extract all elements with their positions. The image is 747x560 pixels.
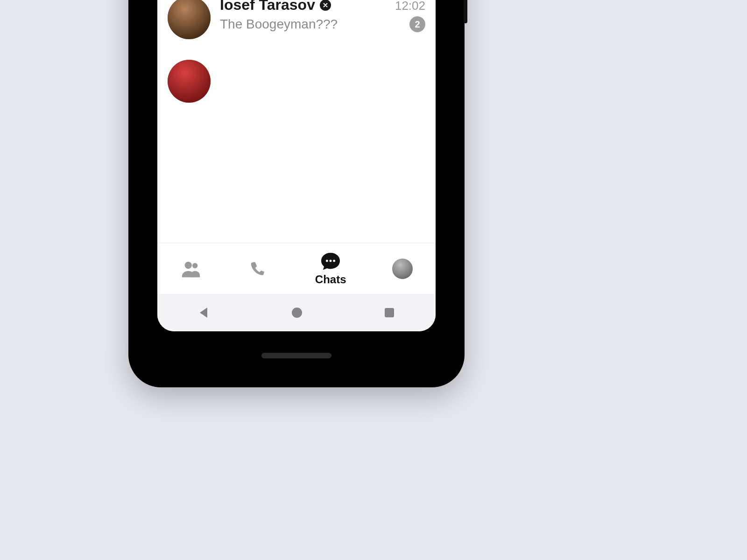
avatar[interactable]: [168, 60, 211, 103]
phone-frame: Marie Claire 15:31 Oh? How do you plan t…: [128, 0, 465, 387]
tab-contacts[interactable]: [180, 259, 202, 279]
back-triangle-icon: [197, 306, 211, 320]
phone-side-button: [464, 0, 467, 23]
home-circle-icon: [290, 306, 304, 320]
svg-rect-6: [385, 308, 394, 317]
tab-calls[interactable]: [247, 259, 269, 279]
nav-recent-button[interactable]: [383, 306, 396, 319]
unread-badge: 2: [409, 16, 425, 32]
bottom-tab-bar: Chats: [157, 243, 436, 294]
chat-list[interactable]: Marie Claire 15:31 Oh? How do you plan t…: [157, 0, 436, 243]
phone-icon: [247, 259, 269, 279]
tab-chats[interactable]: Chats: [315, 252, 346, 286]
phone-screen: Marie Claire 15:31 Oh? How do you plan t…: [157, 0, 436, 331]
android-nav-bar: [157, 294, 436, 331]
phone-chin-bar: [261, 353, 331, 358]
tab-settings[interactable]: [392, 259, 413, 279]
chat-row[interactable]: Iosef Tarasov 12:02 The Boogeyman???: [157, 0, 436, 49]
chat-name: Iosef Tarasov: [220, 0, 331, 14]
svg-point-0: [185, 261, 192, 268]
svg-point-2: [326, 259, 328, 262]
chat-row[interactable]: [157, 49, 436, 113]
svg-point-4: [333, 259, 335, 262]
svg-point-1: [192, 263, 198, 268]
chat-body: [220, 60, 425, 63]
chat-bubble-icon: [320, 252, 341, 271]
nav-home-button[interactable]: [290, 306, 304, 320]
people-icon: [180, 259, 202, 279]
svg-point-5: [292, 308, 302, 318]
avatar-icon: [392, 259, 413, 279]
svg-point-3: [330, 259, 332, 262]
muted-icon: [320, 0, 331, 11]
chat-preview: The Boogeyman???: [220, 17, 404, 32]
phone-bezel: Marie Claire 15:31 Oh? How do you plan t…: [138, 0, 455, 378]
chat-time: 12:02: [395, 0, 425, 13]
avatar[interactable]: [168, 0, 211, 39]
chat-body: Iosef Tarasov 12:02 The Boogeyman???: [220, 0, 425, 32]
recent-square-icon: [383, 306, 396, 319]
nav-back-button[interactable]: [197, 306, 211, 320]
tab-label: Chats: [315, 273, 346, 286]
